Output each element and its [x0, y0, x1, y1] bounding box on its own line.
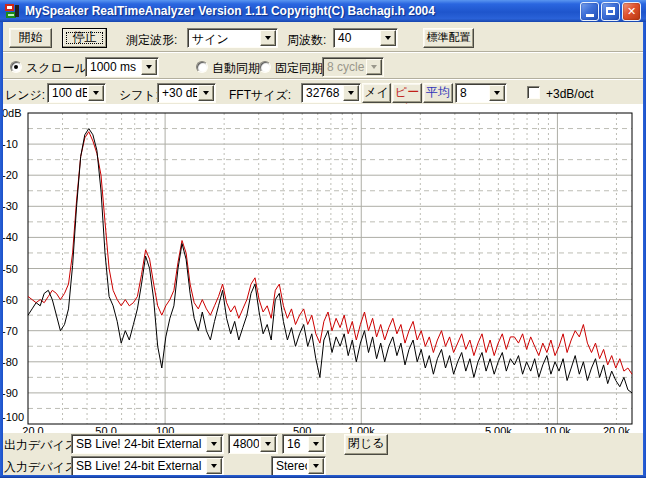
shift-label: シフト:: [119, 87, 159, 104]
main-trace: [28, 129, 632, 393]
input-device-select[interactable]: SB Live! 24-bit External: [71, 456, 224, 476]
dropdown-arrow-icon[interactable]: [198, 85, 214, 101]
close-dialog-button[interactable]: 閉じる: [344, 434, 388, 455]
app-icon: [5, 3, 21, 19]
window-title: MySpeaker RealTimeAnalyzer Version 1.11 …: [25, 4, 580, 18]
start-button[interactable]: 開始: [9, 28, 52, 48]
minimize-button[interactable]: [580, 2, 599, 21]
dropdown-arrow-icon[interactable]: [141, 59, 157, 75]
octave-checkbox-label[interactable]: +3dB/oct: [546, 87, 594, 101]
waveform-label: 測定波形:: [126, 32, 177, 49]
stop-button[interactable]: 停止: [62, 28, 107, 48]
app-window: MySpeaker RealTimeAnalyzer Version 1.11 …: [0, 0, 646, 478]
dropdown-arrow-icon[interactable]: [343, 85, 359, 101]
fixed-sync-radio[interactable]: [259, 61, 271, 73]
spectrum-chart: 0dB-10-20-30-40-50-60-70-80-90-10020.050…: [0, 104, 646, 433]
x-axis-tick-label: 500: [293, 425, 311, 433]
dropdown-arrow-icon[interactable]: [308, 436, 324, 452]
x-axis-tick-label: 20.0k: [603, 425, 630, 433]
peak-trace-button[interactable]: ピーク: [392, 83, 422, 103]
x-axis-tick-label: 10.0k: [544, 425, 571, 433]
auto-sync-radio[interactable]: [196, 61, 208, 73]
separator: [0, 78, 646, 80]
x-axis-tick-label: 1.00k: [348, 425, 375, 433]
dropdown-arrow-icon[interactable]: [88, 85, 104, 101]
x-axis-tick-label: 50.0: [95, 425, 116, 433]
y-axis-tick-label: -40: [2, 231, 18, 243]
frequency-label: 周波数:: [287, 32, 326, 49]
y-axis-tick-label: -20: [2, 169, 18, 181]
dropdown-arrow-icon[interactable]: [489, 85, 505, 101]
dropdown-arrow-icon[interactable]: [206, 436, 222, 452]
octave-checkbox[interactable]: [527, 86, 540, 99]
y-axis-tick-label: -100: [2, 411, 24, 423]
range-label: レンジ:: [5, 87, 45, 104]
fft-size-select[interactable]: 32768: [301, 83, 361, 103]
channel-select[interactable]: Stereo: [271, 456, 326, 476]
dropdown-arrow-icon[interactable]: [308, 458, 324, 474]
maximize-button[interactable]: [601, 2, 620, 21]
fixed-sync-label[interactable]: 固定同期: [275, 60, 323, 77]
y-axis-tick-label: -70: [2, 325, 18, 337]
scroll-radio[interactable]: [10, 61, 22, 73]
range-select[interactable]: 100 dB: [47, 83, 106, 103]
average-trace-button[interactable]: 平均: [423, 83, 453, 103]
dropdown-arrow-icon[interactable]: [380, 30, 396, 46]
output-device-label: 出力デバイス:: [4, 437, 80, 454]
input-device-label: 入力デバイス:: [4, 459, 80, 476]
x-axis-tick-label: 20.0: [22, 425, 43, 433]
cycle-select: 8 cycle: [322, 57, 384, 77]
dropdown-arrow-icon[interactable]: [206, 458, 222, 474]
close-icon: ✕: [627, 5, 636, 18]
y-axis-tick-label: -90: [2, 387, 18, 399]
y-axis-tick-label: -60: [2, 294, 18, 306]
sample-rate-select[interactable]: 48000: [228, 434, 278, 454]
scroll-radio-label[interactable]: スクロール: [26, 60, 87, 77]
focus-rect: [66, 32, 103, 44]
titlebar[interactable]: MySpeaker RealTimeAnalyzer Version 1.11 …: [0, 0, 646, 22]
auto-sync-label[interactable]: 自動同期: [212, 60, 260, 77]
minimize-icon: [586, 14, 594, 17]
device-panel: 出力デバイス: SB Live! 24-bit External 48000 1…: [0, 433, 646, 475]
maximize-icon: [606, 7, 615, 15]
x-axis-tick-label: 5.00k: [485, 425, 512, 433]
shift-select[interactable]: +30 dB: [157, 83, 216, 103]
scroll-interval-select[interactable]: 1000 ms: [85, 57, 159, 77]
y-axis-tick-label: -50: [2, 263, 18, 275]
spectrum-chart-svg: 0dB-10-20-30-40-50-60-70-80-90-10020.050…: [0, 104, 646, 433]
standard-layout-button[interactable]: 標準配置: [423, 28, 474, 48]
bit-depth-select[interactable]: 16: [282, 434, 326, 454]
waveform-select[interactable]: サイン: [187, 28, 278, 48]
main-trace-button[interactable]: メイン: [362, 83, 391, 103]
average-count-select[interactable]: 8: [455, 83, 507, 103]
x-axis-tick-label: 100: [156, 425, 174, 433]
y-axis-tick-label: -30: [2, 200, 18, 212]
output-device-select[interactable]: SB Live! 24-bit External: [71, 434, 224, 454]
y-axis-tick-label: -10: [2, 138, 18, 150]
y-axis-tick-label: -80: [2, 356, 18, 368]
y-axis-tick-label: 0dB: [2, 107, 22, 119]
close-button[interactable]: ✕: [622, 2, 641, 21]
frequency-select[interactable]: 40: [333, 28, 398, 48]
dropdown-arrow-icon[interactable]: [260, 30, 276, 46]
dropdown-arrow-icon: [366, 59, 382, 75]
separator: [0, 51, 646, 53]
dropdown-arrow-icon[interactable]: [260, 436, 276, 452]
window-frame: [0, 22, 3, 478]
fft-size-label: FFTサイズ:: [229, 87, 291, 104]
